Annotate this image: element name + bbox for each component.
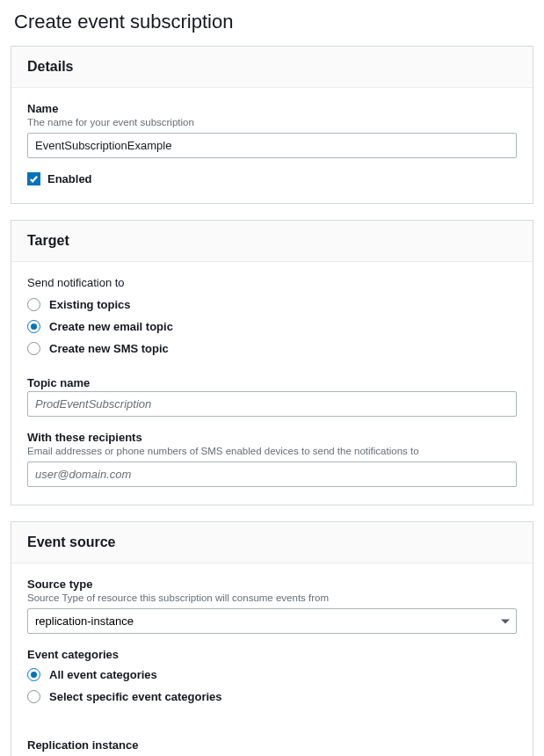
topic-name-input[interactable] [27, 391, 517, 417]
details-panel: Details Name The name for your event sub… [11, 46, 533, 204]
source-type-select[interactable]: replication-instance [27, 608, 517, 634]
details-header: Details [11, 47, 533, 88]
recipients-label: With these recipients [27, 431, 517, 444]
recipients-input[interactable] [27, 462, 517, 487]
recipients-desc: Email addresses or phone numbers of SMS … [27, 446, 517, 456]
target-heading: Target [27, 233, 517, 249]
radio-specific-categories[interactable]: Select specific event categories [27, 690, 517, 703]
page-title: Create event subscription [14, 11, 533, 33]
radio-existing-label: Existing topics [49, 298, 130, 311]
replication-instance-label: Replication instance [27, 738, 517, 752]
name-input[interactable] [27, 133, 517, 158]
details-heading: Details [27, 59, 517, 75]
radio-create-email-topic[interactable]: Create new email topic [27, 320, 517, 333]
target-panel: Target Send notification to Existing top… [11, 220, 533, 505]
radio-icon [27, 298, 40, 311]
radio-specific-categories-label: Select specific event categories [49, 690, 222, 703]
event-source-header: Event source [11, 522, 533, 563]
source-type-label: Source type [27, 578, 517, 591]
event-source-heading: Event source [27, 534, 517, 550]
enabled-checkbox[interactable] [27, 172, 40, 185]
radio-sms-label: Create new SMS topic [49, 342, 169, 355]
target-header: Target [11, 221, 533, 262]
event-categories-radio-group: All event categories Select specific eve… [27, 668, 517, 703]
radio-create-sms-topic[interactable]: Create new SMS topic [27, 342, 517, 355]
radio-icon [27, 342, 40, 355]
source-type-desc: Source Type of resource this subscriptio… [27, 592, 517, 603]
enabled-label: Enabled [47, 172, 92, 185]
event-categories-label: Event categories [27, 648, 517, 661]
topic-name-label: Topic name [27, 376, 517, 389]
send-to-radio-group: Existing topics Create new email topic C… [27, 298, 517, 355]
radio-icon [27, 320, 40, 333]
name-desc: The name for your event subscription [27, 117, 517, 127]
radio-existing-topics[interactable]: Existing topics [27, 298, 517, 311]
event-source-panel: Event source Source type Source Type of … [11, 521, 533, 756]
radio-icon [27, 668, 40, 681]
radio-all-categories[interactable]: All event categories [27, 668, 517, 681]
radio-email-label: Create new email topic [49, 320, 173, 333]
name-label: Name [27, 102, 517, 115]
radio-all-categories-label: All event categories [49, 668, 157, 681]
radio-icon [27, 690, 40, 703]
check-icon [29, 174, 39, 184]
send-to-label: Send notification to [27, 276, 517, 289]
